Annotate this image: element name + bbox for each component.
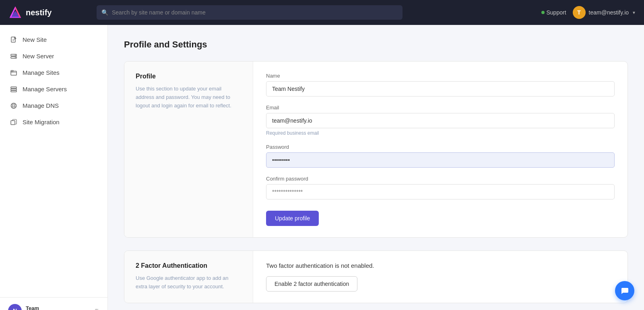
support-label: Support: [547, 9, 566, 16]
search-icon: 🔍: [101, 9, 108, 16]
new-server-icon: [10, 53, 18, 60]
sidebar-item-manage-servers[interactable]: Manage Servers: [0, 81, 107, 97]
sidebar-item-new-site[interactable]: New Site: [0, 31, 107, 48]
search-input[interactable]: [97, 5, 402, 20]
site-migration-icon: [10, 119, 18, 125]
confirm-password-label: Confirm password: [266, 176, 615, 182]
sidebar-label-site-migration: Site Migration: [23, 119, 60, 125]
svg-point-20: [11, 103, 17, 108]
sidebar-nav: New Site New Server Manage Sites Manage …: [0, 31, 107, 297]
sidebar-user-name: Team: [26, 305, 55, 310]
sidebar-footer: N Team Nestify Demo ⇅: [0, 297, 107, 310]
user-avatar: T: [573, 6, 586, 19]
sidebar-item-manage-dns[interactable]: Manage DNS: [0, 97, 107, 114]
sidebar-item-new-server[interactable]: New Server: [0, 48, 107, 64]
sidebar-item-site-migration[interactable]: Site Migration: [0, 114, 107, 130]
svg-rect-24: [11, 121, 15, 125]
password-form-group: Password: [266, 144, 615, 168]
manage-sites-icon: [10, 70, 18, 76]
user-menu[interactable]: T team@nestify.io ▼: [573, 6, 636, 19]
profile-section-left: Profile Use this section to update your …: [124, 62, 253, 237]
email-input[interactable]: [266, 113, 615, 128]
sidebar-label-manage-sites: Manage Sites: [23, 69, 60, 76]
sidebar-label-new-site: New Site: [23, 36, 47, 43]
layout: New Site New Server Manage Sites Manage …: [0, 25, 644, 310]
sidebar-user-avatar: N: [8, 304, 22, 310]
svg-point-13: [15, 55, 16, 55]
chat-bubble[interactable]: [615, 281, 634, 300]
password-label: Password: [266, 144, 615, 150]
chevron-down-icon: ▼: [632, 10, 636, 15]
topnav: nestify 🔍 Support T team@nestify.io ▼: [0, 0, 644, 25]
manage-servers-icon: [10, 86, 18, 92]
sidebar-item-manage-sites[interactable]: Manage Sites: [0, 64, 107, 81]
sidebar-expand-button[interactable]: ⇅: [95, 308, 99, 310]
search-bar: 🔍: [97, 5, 402, 20]
logo-text: nestify: [26, 8, 52, 17]
sidebar-footer-user: N Team Nestify Demo: [8, 304, 55, 310]
twofa-section-left: 2 Factor Authentication Use Google authe…: [124, 251, 253, 303]
manage-dns-icon: [10, 103, 18, 109]
name-form-group: Name: [266, 73, 615, 96]
user-email: team@nestify.io: [589, 9, 629, 16]
email-form-group: Email Required business email: [266, 105, 615, 136]
sidebar-label-manage-servers: Manage Servers: [23, 86, 67, 92]
twofa-section-right: Two factor authentication is not enabled…: [253, 251, 627, 303]
confirm-password-input[interactable]: [266, 184, 615, 199]
update-profile-button[interactable]: Update profile: [266, 211, 319, 226]
profile-section: Profile Use this section to update your …: [124, 61, 628, 238]
svg-rect-17: [11, 87, 17, 88]
svg-point-14: [15, 57, 16, 58]
profile-section-title: Profile: [136, 73, 242, 80]
name-input[interactable]: [266, 81, 615, 96]
logo-area: nestify: [8, 5, 89, 20]
twofa-section-desc: Use Google authenticator app to add an e…: [136, 274, 242, 291]
email-hint: Required business email: [266, 130, 615, 136]
email-label: Email: [266, 105, 615, 111]
svg-rect-19: [11, 90, 17, 92]
sidebar-label-manage-dns: Manage DNS: [23, 102, 59, 109]
main-content: Profile and Settings Profile Use this se…: [108, 25, 644, 310]
new-site-icon: [10, 37, 18, 43]
sidebar-user-info: Team Nestify Demo: [26, 305, 55, 310]
profile-section-right: Name Email Required business email Passw…: [253, 62, 627, 237]
sidebar: New Site New Server Manage Sites Manage …: [0, 25, 108, 310]
support-link[interactable]: Support: [541, 9, 566, 16]
twofa-status-text: Two factor authentication is not enabled…: [266, 262, 615, 269]
profile-section-desc: Use this section to update your email ad…: [136, 85, 242, 110]
svg-point-21: [13, 103, 15, 108]
support-status-dot: [541, 11, 545, 14]
enable-2fa-button[interactable]: Enable 2 factor authentication: [266, 276, 357, 292]
confirm-password-form-group: Confirm password: [266, 176, 615, 199]
nestify-logo-icon: [8, 5, 23, 20]
nav-right: Support T team@nestify.io ▼: [541, 6, 636, 19]
svg-rect-18: [11, 88, 17, 90]
name-label: Name: [266, 73, 615, 79]
twofa-section-title: 2 Factor Authentication: [136, 262, 242, 269]
twofa-section: 2 Factor Authentication Use Google authe…: [124, 250, 628, 303]
password-input[interactable]: [266, 152, 615, 168]
sidebar-label-new-server: New Server: [23, 53, 54, 60]
page-title: Profile and Settings: [124, 39, 628, 50]
